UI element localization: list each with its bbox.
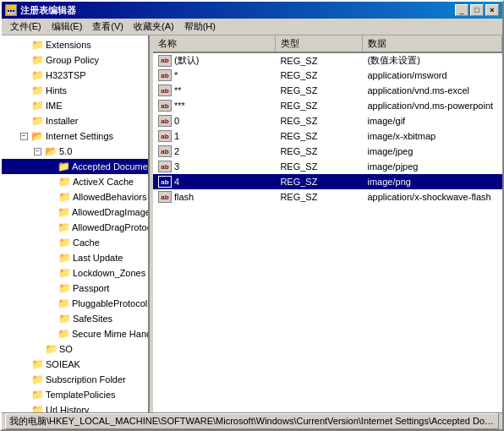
menu-item-help[interactable]: 帮助(H) xyxy=(179,19,221,35)
reg-value-name-1: * xyxy=(174,70,178,80)
tree-label-safesites: SafeSites xyxy=(73,314,112,324)
tree-item-internet-settings[interactable]: − 📂 Internet Settings xyxy=(2,128,148,144)
tree-item-subscription-folder[interactable]: 📁 Subscription Folder xyxy=(2,372,148,387)
col-header-type[interactable]: 类型 xyxy=(275,35,362,52)
close-button[interactable]: × xyxy=(485,4,499,16)
folder-icon-hints: 📁 xyxy=(30,84,44,97)
tree-item-hints[interactable]: 📁 Hints xyxy=(2,83,148,98)
folder-icon-safesites: 📁 xyxy=(58,312,71,325)
tree-item-installer[interactable]: 📁 Installer xyxy=(2,113,148,128)
tree-item-allowed-drag-protocols[interactable]: 📁 AllowedDragProtocols xyxy=(2,220,148,235)
cell-name-7: ab 3 xyxy=(153,159,275,174)
expand-btn-internet-settings[interactable]: − xyxy=(17,129,30,143)
expand-placeholder-url-history xyxy=(17,403,30,412)
tree-label-installer: Installer xyxy=(46,116,79,126)
cell-type-4: REG_SZ xyxy=(275,113,362,128)
tree-item-group-policy[interactable]: 📁 Group Policy xyxy=(2,52,148,68)
tree-item-ime[interactable]: 📁 IME xyxy=(2,98,148,113)
cell-name-4: ab 0 xyxy=(153,113,275,128)
expand-placeholder-cache xyxy=(44,236,58,249)
tree-label-soieak: SOIEAK xyxy=(46,359,80,369)
cell-type-2: REG_SZ xyxy=(275,83,362,98)
menu-item-edit[interactable]: 编辑(E) xyxy=(47,19,88,35)
reg-value-name-8: 4 xyxy=(174,177,179,187)
expand-placeholder-h323tsp xyxy=(17,68,30,82)
cell-name-8: ab 4 xyxy=(153,174,275,189)
tree-item-allowed-drag-image-ext[interactable]: 📁 AllowedDragImageExt xyxy=(2,205,148,220)
expand-btn-5-0[interactable]: − xyxy=(30,145,44,158)
tree-item-cache[interactable]: 📁 Cache xyxy=(2,235,148,250)
table-row[interactable]: ab 3 REG_SZ image/pjpeg xyxy=(153,159,502,174)
reg-value-icon-3: ab xyxy=(158,100,172,112)
reg-value-icon-1: ab xyxy=(158,69,172,81)
table-row[interactable]: ab 1 REG_SZ image/x-xbitmap xyxy=(153,128,502,144)
tree-item-allowed-behaviors[interactable]: 📁 AllowedBehaviors xyxy=(2,189,148,205)
window-title: 注册表编辑器 xyxy=(20,4,76,17)
expand-placeholder-allowed-drag-protocols xyxy=(44,221,58,234)
folder-icon-accepted-documents: 📁 xyxy=(58,160,70,173)
tree-item-soieak[interactable]: 📁 SOIEAK xyxy=(2,357,148,372)
cell-type-7: REG_SZ xyxy=(275,159,362,174)
reg-value-name-9: flash xyxy=(174,192,194,202)
tree-item-secure-mime-handlers[interactable]: 📁 Secure Mime Handlers xyxy=(2,326,148,341)
table-row[interactable]: ab *** REG_SZ application/vnd.ms-powerpo… xyxy=(153,98,502,113)
folder-icon-pluggable-protocols: 📁 xyxy=(58,297,70,310)
menu-item-view[interactable]: 查看(V) xyxy=(87,19,129,35)
title-buttons: _ □ × xyxy=(455,4,499,16)
tree-item-template-policies[interactable]: 📁 TemplatePolicies xyxy=(2,387,148,402)
table-row[interactable]: ab * REG_SZ application/msword xyxy=(153,68,502,83)
expand-placeholder-activex-cache xyxy=(44,175,58,188)
col-header-name[interactable]: 名称 xyxy=(153,35,275,52)
cell-name-0: ab (默认) xyxy=(153,52,275,68)
tree-item-safesites[interactable]: 📁 SafeSites xyxy=(2,311,148,326)
tree-label-url-history: Url History xyxy=(46,405,89,412)
tree-item-url-history[interactable]: 📁 Url History xyxy=(2,402,148,412)
tree-label-secure-mime-handlers: Secure Mime Handlers xyxy=(72,329,150,339)
tree-label-lockdown-zones: Lockdown_Zones xyxy=(73,268,145,278)
expand-placeholder-ime xyxy=(17,99,30,112)
folder-icon-allowed-behaviors: 📁 xyxy=(58,190,71,204)
folder-icon-so: 📁 xyxy=(44,342,58,356)
menu-bar: 文件(E)编辑(E)查看(V)收藏夹(A)帮助(H) xyxy=(2,19,502,35)
tree-item-last-update[interactable]: 📁 Last Update xyxy=(2,250,148,265)
table-row[interactable]: ab 2 REG_SZ image/jpeg xyxy=(153,144,502,159)
tree-item-so[interactable]: 📁 SO xyxy=(2,341,148,357)
cell-data-8: image/png xyxy=(363,174,502,189)
tree-item-pluggable-protocols[interactable]: 📁 PluggableProtocols xyxy=(2,296,148,311)
tree-item-h323tsp[interactable]: 📁 H323TSP xyxy=(2,68,148,83)
cell-type-5: REG_SZ xyxy=(275,128,362,144)
tree-label-last-update: Last Update xyxy=(73,253,123,263)
table-row[interactable]: ab (默认) REG_SZ (数值未设置) xyxy=(153,52,502,68)
tree-label-group-policy: Group Policy xyxy=(46,55,99,65)
col-header-data[interactable]: 数据 xyxy=(363,35,502,52)
cell-data-9: application/x-shockwave-flash xyxy=(363,189,502,205)
table-row[interactable]: ab 4 REG_SZ image/png xyxy=(153,174,502,189)
tree-item-passport[interactable]: 📁 Passport xyxy=(2,281,148,296)
maximize-button[interactable]: □ xyxy=(470,4,484,16)
table-row[interactable]: ab 0 REG_SZ image/gif xyxy=(153,113,502,128)
expand-placeholder-hints xyxy=(17,84,30,97)
tree-item-accepted-documents[interactable]: 📁 Accepted Documents xyxy=(2,159,148,174)
menu-item-file[interactable]: 文件(E) xyxy=(5,19,47,35)
tree-item-lockdown-zones[interactable]: 📁 Lockdown_Zones xyxy=(2,265,148,281)
table-row[interactable]: ab ** REG_SZ application/vnd.ms-excel xyxy=(153,83,502,98)
folder-icon-group-policy: 📁 xyxy=(30,53,44,67)
expand-placeholder-passport xyxy=(44,281,58,295)
tree-item-extensions[interactable]: 📁 Extensions xyxy=(2,37,148,52)
expand-placeholder-secure-mime-handlers xyxy=(44,327,58,341)
folder-icon-allowed-drag-image-ext: 📁 xyxy=(58,205,70,219)
cell-data-4: image/gif xyxy=(363,113,502,128)
cell-data-6: image/jpeg xyxy=(363,144,502,159)
status-bar: 我的电脑\HKEY_LOCAL_MACHINE\SOFTWARE\Microso… xyxy=(2,412,502,429)
tree-view-pane[interactable]: 📁 Extensions 📁 Group Policy 📁 H323TSP 📁 … xyxy=(2,35,150,412)
expand-placeholder-last-update xyxy=(44,251,58,265)
tree-label-so: SO xyxy=(59,344,73,354)
reg-value-icon-0: ab xyxy=(158,55,172,67)
cell-data-3: application/vnd.ms-powerpoint xyxy=(363,98,502,113)
menu-item-favorites[interactable]: 收藏夹(A) xyxy=(129,19,179,35)
tree-item-activex-cache[interactable]: 📁 ActiveX Cache xyxy=(2,174,148,189)
minimize-button[interactable]: _ xyxy=(455,4,468,16)
folder-icon-passport: 📁 xyxy=(58,281,71,295)
table-row[interactable]: ab flash REG_SZ application/x-shockwave-… xyxy=(153,189,502,205)
tree-item-5-0[interactable]: − 📂 5.0 xyxy=(2,144,148,159)
